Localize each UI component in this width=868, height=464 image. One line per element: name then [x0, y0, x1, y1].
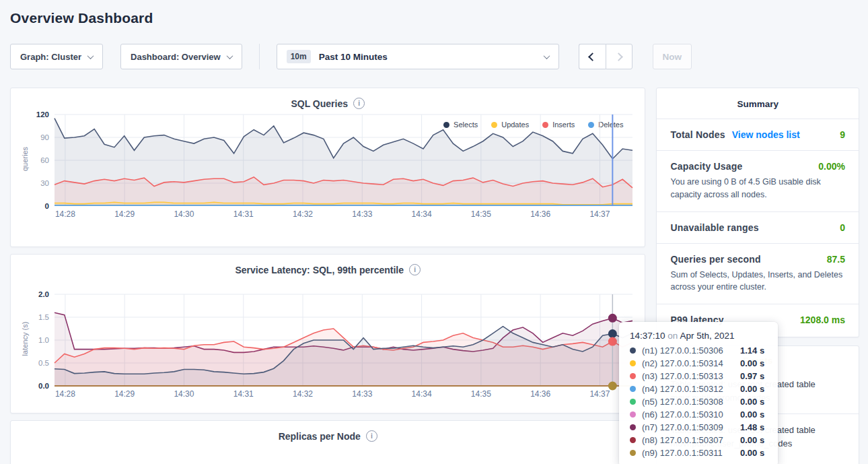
- toolbar: Graph: Cluster Dashboard: Overview 10m P…: [10, 44, 858, 69]
- crosshair-dot: [608, 382, 617, 391]
- series-color-dot: [630, 424, 636, 430]
- series-color-dot: [630, 411, 636, 418]
- x-tick-label: 14:35: [471, 209, 491, 219]
- dashboard-dropdown[interactable]: Dashboard: Overview: [120, 44, 242, 69]
- tooltip-timestamp: 14:37:10 on Apr 5th, 2021: [630, 331, 767, 341]
- toolbar-divider: [259, 44, 260, 69]
- graph-scope-label: Graph: Cluster: [20, 52, 81, 62]
- x-tick-label: 14:33: [352, 389, 372, 399]
- service-latency-title-row: Service Latency: SQL, 99th percentile i: [11, 255, 645, 275]
- summary-rows: Total NodesView nodes list9Capacity Usag…: [657, 119, 859, 335]
- node-address: (n3) 127.0.0.1:50313: [642, 371, 740, 381]
- latency-hover-tooltip: 14:37:10 on Apr 5th, 2021 (n1) 127.0.0.1…: [619, 322, 778, 464]
- x-tick-label: 14:29: [114, 389, 135, 399]
- tooltip-connector: on: [667, 331, 678, 341]
- node-address: (n6) 127.0.0.1:50310: [642, 409, 740, 420]
- time-next-button[interactable]: [606, 44, 632, 69]
- y-tick-label: 0.5: [38, 359, 49, 367]
- series-color-dot: [630, 347, 636, 354]
- y-tick-label: 120: [36, 110, 49, 119]
- tooltip-time: 14:37:10: [630, 331, 665, 341]
- node-address: (n7) 127.0.0.1:50309: [642, 422, 740, 432]
- x-tick-label: 14:28: [55, 389, 75, 399]
- chevron-right-icon: [614, 53, 623, 61]
- summary-row-value: 0: [840, 222, 845, 233]
- tooltip-row: (n3) 127.0.0.1:503130.97 s: [630, 371, 767, 381]
- tooltip-row: (n6) 127.0.0.1:503100.00 s: [630, 409, 767, 420]
- x-tick-label: 14:37: [589, 209, 610, 219]
- node-latency-value: 0.00 s: [740, 448, 764, 458]
- time-step-buttons: [579, 44, 632, 69]
- info-icon[interactable]: i: [366, 430, 377, 442]
- chart-title: SQL Queries: [291, 98, 348, 109]
- sql-queries-title-row: SQL Queries i: [11, 88, 645, 109]
- summary-row-value: 1208.0 ms: [800, 314, 845, 325]
- node-address: (n8) 127.0.0.1:50307: [642, 435, 740, 445]
- summary-row-description: Sum of Selects, Updates, Inserts, and De…: [670, 269, 845, 294]
- tooltip-row: (n9) 127.0.0.1:503110.00 s: [630, 448, 767, 458]
- y-tick-label: 1.0: [38, 336, 49, 344]
- time-prev-button[interactable]: [579, 44, 606, 69]
- node-latency-value: 0.00 s: [740, 435, 764, 445]
- graph-scope-dropdown[interactable]: Graph: Cluster: [10, 44, 103, 69]
- time-range-label: Past 10 Minutes: [319, 52, 388, 62]
- tooltip-row: (n7) 127.0.0.1:503091.48 s: [630, 422, 767, 432]
- summary-row: Unavailable ranges0: [657, 211, 859, 243]
- x-tick-label: 14:37: [589, 389, 610, 399]
- x-tick-label: 14:33: [352, 209, 372, 219]
- tooltip-row: (n5) 127.0.0.1:503080.00 s: [630, 397, 767, 407]
- chart-title: Replicas per Node: [279, 431, 361, 442]
- summary-row-label: Queries per second: [670, 254, 760, 265]
- tooltip-row: (n2) 127.0.0.1:503140.00 s: [630, 358, 767, 368]
- summary-row: Capacity Usage0.00%You are using 0 B of …: [657, 150, 859, 211]
- view-nodes-list-link[interactable]: View nodes list: [732, 129, 800, 140]
- info-icon[interactable]: i: [353, 98, 365, 109]
- series-color-dot: [630, 450, 636, 456]
- node-address: (n5) 127.0.0.1:50308: [642, 397, 740, 407]
- summary-panel: Summary Total NodesView nodes list9Capac…: [656, 88, 859, 337]
- charts-column: SQL Queries i SelectsUpdatesInsertsDelet…: [10, 88, 645, 464]
- node-latency-value: 0.00 s: [740, 397, 764, 407]
- node-latency-value: 0.00 s: [740, 384, 764, 394]
- summary-row: Total NodesView nodes list9: [657, 119, 859, 150]
- summary-row-value: 87.5: [827, 254, 845, 265]
- series-color-dot: [630, 437, 636, 443]
- node-address: (n9) 127.0.0.1:50311: [642, 448, 740, 458]
- node-latency-value: 1.14 s: [740, 345, 764, 356]
- x-tick-label: 14:32: [293, 209, 313, 219]
- summary-row: Queries per second87.5Sum of Selects, Up…: [657, 243, 859, 304]
- tooltip-row: (n1) 127.0.0.1:503061.14 s: [630, 345, 767, 356]
- y-axis-unit-label: queries: [21, 135, 29, 183]
- y-tick-label: 0: [45, 202, 49, 210]
- time-range-dropdown[interactable]: 10m Past 10 Minutes: [277, 44, 559, 69]
- x-tick-label: 14:34: [412, 209, 432, 219]
- x-tick-label: 14:28: [55, 209, 75, 219]
- chevron-left-icon: [588, 53, 597, 61]
- info-icon[interactable]: i: [409, 264, 421, 275]
- sql-queries-chart[interactable]: 14:2814:2914:3014:3114:3214:3314:3414:35…: [21, 110, 637, 221]
- summary-row-label: Unavailable ranges: [670, 222, 758, 233]
- tooltip-date: Apr 5th, 2021: [680, 331, 734, 341]
- series-color-dot: [630, 360, 636, 366]
- node-latency-value: 0.00 s: [740, 358, 764, 368]
- tooltip-rows: (n1) 127.0.0.1:503061.14 s(n2) 127.0.0.1…: [630, 345, 767, 458]
- node-address: (n4) 127.0.0.1:50312: [642, 384, 740, 394]
- service-latency-chart-body: latency (s) 14:2814:2914:3014:3114:3214:…: [11, 290, 645, 401]
- service-latency-chart[interactable]: 14:2814:2914:3014:3114:3214:3314:3414:35…: [21, 290, 637, 401]
- x-tick-label: 14:35: [471, 389, 491, 399]
- x-tick-label: 14:36: [530, 389, 550, 399]
- summary-row-label: Total Nodes: [670, 129, 725, 140]
- now-button[interactable]: Now: [653, 44, 692, 69]
- y-tick-label: 90: [40, 133, 49, 141]
- summary-row-value: 9: [840, 129, 845, 140]
- sql-queries-chart-body: queries 14:2814:2914:3014:3114:3214:3314…: [11, 110, 645, 221]
- x-tick-label: 14:34: [412, 389, 432, 399]
- crosshair-dot: [608, 337, 617, 346]
- x-tick-label: 14:31: [233, 389, 254, 399]
- summary-row-label: Capacity Usage: [670, 161, 742, 172]
- series-color-dot: [630, 399, 636, 405]
- summary-row-value: 0.00%: [818, 161, 845, 172]
- y-tick-label: 60: [40, 156, 49, 164]
- chevron-down-icon: [87, 53, 94, 59]
- replicas-per-node-card: Replicas per Node i: [10, 420, 645, 464]
